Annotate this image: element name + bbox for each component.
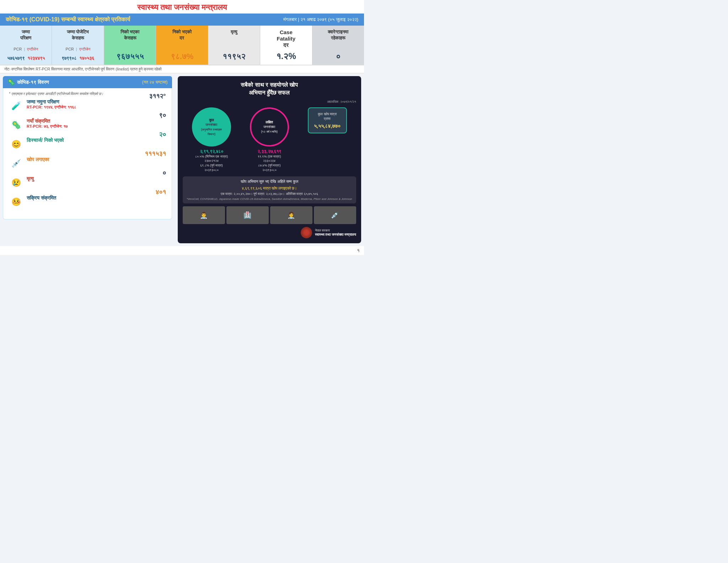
stat-recovery-rate: निको भएको दर ९८.७% bbox=[156, 26, 208, 65]
positive-pcr-value: ९७९९०८ bbox=[61, 55, 76, 61]
total-pop-value: २,९१,९२,४८० bbox=[195, 149, 228, 154]
additional-dose: अतिरिक्त मात्रा ६५,७५,५०६ bbox=[286, 192, 318, 196]
antigen-value: १२३४४९५ bbox=[27, 55, 45, 61]
new-cases-label: नयाँ संक्रमित bbox=[27, 118, 50, 124]
antigen-label: एन्टीजेन bbox=[27, 47, 38, 52]
vaccine-campaign-text: खोप अभियान सुरु भए देखि अहिले सम्म कुल bbox=[186, 179, 353, 184]
vaccinated-label: खोप लगाएका bbox=[27, 156, 49, 163]
detail-total-test: 🧪 जम्मा नमुना परिक्षण ३११२° RT-PCR: १९४४… bbox=[9, 99, 166, 113]
right-panel: सबैको साथ र सहयोगले खोप अभियान हुँदैछ सफ… bbox=[175, 73, 364, 246]
discharged-label: डिस्चार्ज/ निको भएको bbox=[27, 137, 64, 143]
total-doses-value: ५,५५,८४,७७० bbox=[312, 123, 343, 129]
govt-logo bbox=[301, 227, 312, 238]
pcr-label: PCR bbox=[14, 47, 22, 52]
antigen-label2: एन्टीजेन bbox=[79, 47, 90, 52]
pcr-label2: PCR bbox=[66, 47, 74, 52]
discharged-value: २० bbox=[159, 131, 166, 138]
vaccine-bottom: खोप अभियान सुरु भए देखि अहिले सम्म कुल ४… bbox=[183, 176, 356, 203]
circles-row: कूलजनसंख्या(अनुमानित तथ्याङ्कसिमाना) २,९… bbox=[183, 107, 356, 172]
stats-row: जम्मा परिक्षण PCR | एन्टीजेन ५७६५७९९ १२३… bbox=[0, 26, 364, 65]
blue-header-bar: कोभिड-१९ (COVID-19) सम्बन्धी स्वास्थ्य क… bbox=[0, 14, 364, 26]
covid-detail-title: कोभिड-१९ विवरण bbox=[17, 79, 49, 85]
total-test-value: ३११२° bbox=[149, 92, 166, 100]
ministry-name: स्वास्थ्य तथा जनसंख्या मन्त्रालय bbox=[315, 233, 356, 237]
stat-death: मृत्यु ११९५२ bbox=[208, 26, 260, 65]
virus-icon: 🦠 bbox=[9, 118, 23, 132]
single-dose: एक मात्रा: २,००,४५,२७०। bbox=[221, 192, 253, 196]
target-pop-value: २,३३,२७,६१९ bbox=[257, 149, 281, 154]
stat-recovered: निको भएका केसहरू ९६७५५५ bbox=[104, 26, 156, 65]
positive-antigen-value: १४०५३६ bbox=[79, 55, 94, 61]
stat-case-fatality: Case Fatality दर १.२% bbox=[260, 26, 312, 65]
detail-vaccinated: 💉 खोप लगाएका १११५३१ bbox=[9, 156, 166, 171]
test-icon: 🧪 bbox=[9, 99, 23, 113]
covid-detail-period: (गत २४ घण्टामा) bbox=[142, 80, 168, 85]
vaccine-date: अद्यावधिक: २०७९/०१/२१ bbox=[183, 100, 356, 104]
stat-total-tests: जम्मा परिक्षण PCR | एन्टीजेन ५७६५७९९ १२३… bbox=[0, 26, 52, 65]
quarantine-value: ० bbox=[336, 52, 341, 61]
detail-active: 🤒 सक्रिय संक्रमित ४०१ bbox=[9, 195, 166, 209]
doses-detail: ४,६९,९९,६०६ मात्रा खोप लगाइएको छ। bbox=[186, 186, 353, 191]
header-subtitle: कोभिड-१९ (COVID-19) सम्बन्धी स्वास्थ्य क… bbox=[6, 16, 130, 23]
brands-note: *VeroCell, COVISHIELD, Japanese-made COV… bbox=[186, 197, 353, 201]
death-label: मृत्यु bbox=[27, 176, 34, 182]
total-test-sub: RT-PCR: १९४४, एन्टीजेन: ११६८ bbox=[27, 105, 166, 110]
photo-3: 👩‍⚕️ bbox=[270, 206, 312, 224]
photo-2: 🏥 bbox=[226, 206, 269, 224]
thermometer-icon: 🤒 bbox=[9, 195, 23, 209]
active-value: ४०१ bbox=[155, 188, 166, 196]
main-header: स्वास्थ्य तथा जनसंख्या मन्त्रालय bbox=[0, 0, 364, 14]
note-text: नोटः वण्टनिक विश्लेषण RT-PCR विवरणमा मात… bbox=[4, 67, 161, 71]
total-pop-circle-item: कूलजनसंख्या(अनुमानित तथ्याङ्कसिमाना) २,९… bbox=[192, 107, 231, 172]
stat-total-positive: जम्मा पोजेटिभ केसहरू PCR | एन्टीजेन ९७९९… bbox=[52, 26, 104, 65]
vaccinated-value: १११५३१ bbox=[145, 150, 166, 158]
two-col-section: 🦠 कोभिड-१९ विवरण (गत २४ घण्टामा) * एसएमए… bbox=[0, 73, 364, 246]
pcr-value: ५७६५७९९ bbox=[7, 55, 25, 61]
govt-label: नेपाल सरकार bbox=[315, 229, 356, 233]
sad-icon: 😢 bbox=[9, 176, 23, 190]
detail-death: 😢 मृत्यु ० bbox=[9, 176, 166, 190]
total-test-label: जम्मा नमुना परिक्षण bbox=[27, 99, 59, 105]
new-cases-value: ९० bbox=[159, 112, 166, 119]
smile-icon: 😊 bbox=[9, 137, 23, 152]
photo-4: 💉 bbox=[314, 206, 356, 224]
syringe-icon: 💉 bbox=[9, 156, 23, 171]
total-pop-circle: कूलजनसंख्या(अनुमानित तथ्याङ्कसिमाना) bbox=[192, 107, 231, 147]
page-number: १ bbox=[0, 246, 364, 255]
vaccine-box: सबैको साथ र सहयोगले खोप अभियान हुँदैछ सफ… bbox=[178, 76, 361, 243]
death-value: ११९५२ bbox=[223, 52, 246, 61]
target-pop-circle-item: लक्षितजनसंख्या(१२ वर्ष र माथि) २,३३,२७,६… bbox=[250, 107, 289, 172]
full-dose: पूर्ण मात्रा: २,०३,७७,८३०। bbox=[253, 192, 285, 196]
target-pop-circle: लक्षितजनसंख्या(१२ वर्ष र माथि) bbox=[250, 107, 289, 147]
total-doses-item: कूल खोप मात्रा प्राप्त ५,५५,८४,७७० bbox=[308, 107, 347, 172]
recovered-value: ९६७५५५ bbox=[116, 52, 144, 61]
death-value-small: ० bbox=[162, 169, 166, 177]
note-row: नोटः वण्टनिक विश्लेषण RT-PCR विवरणमा मात… bbox=[0, 65, 364, 73]
detail-discharged: 😊 डिस्चार्ज/ निको भएको २० bbox=[9, 137, 166, 152]
active-label: सक्रिय संक्रमित bbox=[27, 195, 56, 201]
detail-new-cases: 🦠 नयाँ संक्रमित ९० RT-PCR: ७३, एन्टीजेन:… bbox=[9, 118, 166, 132]
case-fatality-value: १.२% bbox=[276, 51, 296, 61]
covid-detail-box: * एसएमएस र इमेलबाट प्राप्त आरडीटी एन्टीज… bbox=[3, 88, 172, 219]
stat-quarantine: क्वारेन्टाइनमा रहेकाहरू ० bbox=[312, 26, 364, 65]
covid-sub-note: * एसएमएस र इमेलबाट प्राप्त आरडीटी एन्टीज… bbox=[9, 92, 166, 96]
vaccine-footer: नेपाल सरकार स्वास्थ्य तथा जनसंख्या मन्त्… bbox=[183, 227, 356, 238]
covid-detail-header: 🦠 कोभिड-१९ विवरण (गत २४ घण्टामा) bbox=[3, 76, 172, 88]
left-panel: 🦠 कोभिड-१९ विवरण (गत २४ घण्टामा) * एसएमए… bbox=[0, 73, 175, 246]
main-title: स्वास्थ्य तथा जनसंख्या मन्त्रालय bbox=[137, 3, 227, 12]
recovery-rate-value: ९८.७% bbox=[171, 52, 194, 61]
new-cases-sub: RT-PCR: ७३, एन्टीजेन: १७ bbox=[27, 124, 166, 129]
photo-1: 👨‍⚕️ bbox=[183, 206, 225, 224]
header-date: मंगलबार | २१ अषाढ २०७९ (०५ जुलाइ २०२२) bbox=[283, 17, 358, 22]
photo-strip: 👨‍⚕️ 🏥 👩‍⚕️ 💉 bbox=[183, 206, 356, 224]
vaccine-title: सबैको साथ र सहयोगले खोप अभियान हुँदैछ सफ… bbox=[183, 81, 356, 97]
